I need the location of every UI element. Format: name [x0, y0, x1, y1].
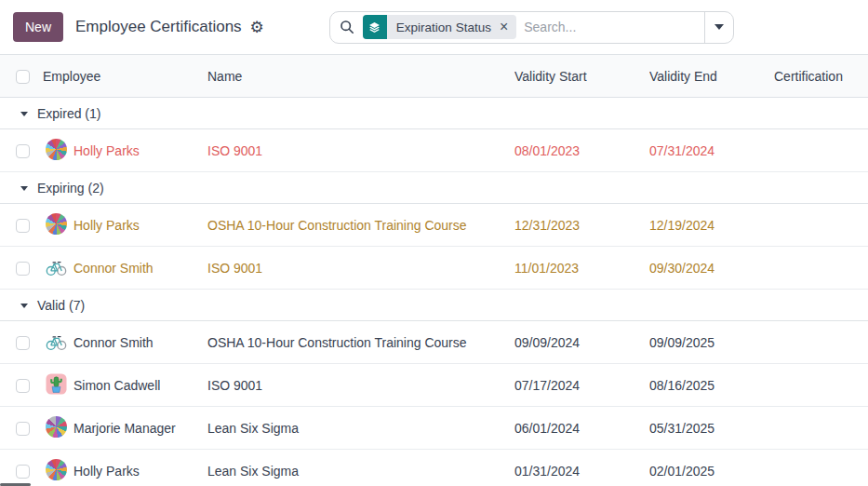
validity-end: 08/16/2025 — [649, 364, 774, 407]
table-row[interactable]: Holly Parks ISO 9001 08/01/2023 07/31/20… — [0, 129, 868, 172]
validity-start: 06/01/2024 — [514, 407, 649, 450]
validity-end: 09/09/2025 — [649, 321, 774, 364]
pinwheel2-avatar — [43, 416, 73, 440]
column-header-certification[interactable]: Certification — [774, 55, 868, 98]
table-row[interactable]: Holly Parks Lean Six Sigma 01/31/2024 02… — [0, 450, 868, 486]
column-header-employee[interactable]: Employee — [43, 55, 207, 98]
validity-start: 12/31/2023 — [514, 204, 649, 247]
employee-name: Simon Cadwell — [73, 378, 160, 393]
table-row[interactable]: Connor Smith OSHA 10-Hour Construction T… — [0, 321, 868, 364]
certification-name: OSHA 10-Hour Construction Training Cours… — [207, 321, 514, 364]
validity-start: 09/09/2024 — [514, 321, 649, 364]
group-label: Expired (1) — [37, 106, 100, 121]
certification-name: OSHA 10-Hour Construction Training Cours… — [207, 204, 514, 247]
certifications-table: Employee Name Validity Start Validity En… — [0, 54, 868, 486]
certification-cell — [774, 247, 868, 290]
gear-icon[interactable]: ⚙ — [250, 20, 264, 35]
employee-certifications-page: New Employee Certifications ⚙ Expirati — [0, 0, 868, 486]
certification-name: Lean Six Sigma — [207, 450, 514, 486]
validity-start: 01/31/2024 — [514, 450, 649, 486]
certification-name: ISO 9001 — [207, 364, 514, 407]
row-checkbox[interactable] — [16, 379, 30, 393]
row-checkbox[interactable] — [16, 219, 30, 233]
column-header-validity-start[interactable]: Validity Start — [514, 55, 649, 98]
group-collapse-caret-icon[interactable] — [20, 186, 28, 191]
validity-start: 11/01/2023 — [514, 247, 649, 290]
employee-name: Connor Smith — [73, 335, 154, 350]
group-row-valid[interactable]: Valid (7) — [0, 290, 868, 321]
validity-start: 07/17/2024 — [514, 364, 649, 407]
validity-start: 08/01/2023 — [514, 129, 649, 172]
column-header-name[interactable]: Name — [207, 55, 514, 98]
certification-name: Lean Six Sigma — [207, 407, 514, 450]
row-checkbox[interactable] — [16, 262, 30, 276]
certification-cell — [774, 364, 868, 407]
bicycle-avatar — [43, 331, 73, 355]
certification-table-body: Expired (1) Holly Parks ISO 9001 08/01/2… — [0, 98, 868, 486]
group-row-expired[interactable]: Expired (1) — [0, 98, 868, 129]
group-collapse-caret-icon[interactable] — [20, 304, 28, 308]
employee-name: Marjorie Manager — [73, 421, 176, 436]
table-row[interactable]: Marjorie Manager Lean Six Sigma 06/01/20… — [0, 407, 868, 450]
employee-name: Holly Parks — [73, 464, 140, 479]
group-label: Valid (7) — [37, 298, 85, 313]
row-checkbox[interactable] — [16, 144, 30, 158]
cactus-avatar — [43, 373, 73, 398]
employee-name: Connor Smith — [73, 261, 154, 276]
validity-end: 12/19/2024 — [649, 204, 774, 247]
pinwheel-avatar — [43, 213, 73, 237]
search-input[interactable] — [516, 20, 704, 34]
pinwheel-avatar — [43, 139, 73, 163]
select-all-checkbox[interactable] — [16, 70, 30, 84]
group-by-icon — [363, 15, 387, 39]
pinwheel-avatar — [43, 459, 73, 483]
group-collapse-caret-icon[interactable] — [20, 112, 28, 116]
group-label: Expiring (2) — [37, 181, 104, 196]
row-checkbox[interactable] — [16, 465, 30, 479]
bicycle-avatar — [43, 256, 73, 280]
table-header-row: Employee Name Validity Start Validity En… — [0, 55, 868, 98]
validity-end: 05/31/2025 — [649, 407, 774, 450]
table-row[interactable]: Connor Smith ISO 9001 11/01/2023 09/30/2… — [0, 247, 868, 290]
column-header-validity-end[interactable]: Validity End — [649, 55, 774, 98]
employee-name: Holly Parks — [73, 218, 140, 233]
validity-end: 07/31/2024 — [649, 129, 774, 172]
new-button[interactable]: New — [13, 12, 63, 42]
certification-cell — [774, 129, 868, 172]
table-row[interactable]: Simon Cadwell ISO 9001 07/17/2024 08/16/… — [0, 364, 868, 407]
page-title: Employee Certifications — [75, 18, 242, 36]
row-checkbox[interactable] — [16, 422, 30, 436]
validity-end: 02/01/2025 — [649, 450, 774, 486]
group-row-expiring[interactable]: Expiring (2) — [0, 172, 868, 204]
certification-cell — [774, 204, 868, 247]
validity-end: 09/30/2024 — [649, 247, 774, 290]
search-icon — [340, 20, 354, 34]
table-row[interactable]: Holly Parks OSHA 10-Hour Construction Tr… — [0, 204, 868, 247]
certification-name: ISO 9001 — [207, 247, 514, 290]
certification-cell — [774, 407, 868, 450]
search-dropdown-toggle[interactable] — [704, 12, 733, 43]
control-panel: New Employee Certifications ⚙ Expirati — [0, 0, 868, 54]
certification-name: ISO 9001 — [207, 129, 514, 172]
chevron-down-icon — [714, 24, 724, 30]
employee-name: Holly Parks — [73, 143, 140, 158]
filter-facet-expiration-status[interactable]: Expiration Status × — [363, 15, 516, 39]
certification-cell — [774, 321, 868, 364]
certification-cell — [774, 450, 868, 486]
facet-label: Expiration Status — [387, 20, 500, 34]
search-bar[interactable]: Expiration Status × — [329, 11, 734, 44]
facet-remove-icon[interactable]: × — [500, 20, 516, 34]
row-checkbox[interactable] — [16, 336, 30, 350]
